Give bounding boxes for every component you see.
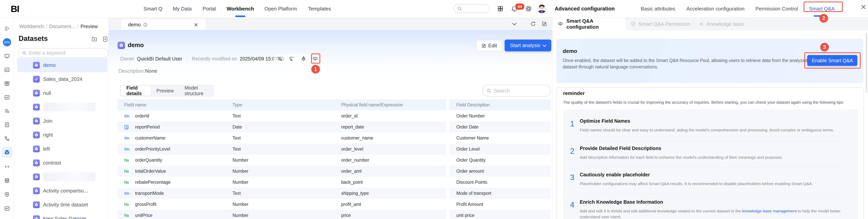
field-type: Number	[226, 177, 334, 188]
start-analysis-button[interactable]: Start analysis	[505, 40, 551, 51]
tab-field-details[interactable]: Field details	[121, 86, 151, 96]
info-icon[interactable]	[143, 23, 148, 27]
table-row: №totalOrderValueNumberorder_amt Order am…	[117, 166, 551, 177]
field-type: Number	[226, 166, 334, 177]
add-folder-icon[interactable]	[91, 36, 97, 42]
sidebar-search[interactable]	[18, 48, 108, 58]
layers-icon[interactable]	[4, 178, 10, 184]
field-type: Date	[226, 121, 334, 133]
panel-tab-basic-attributes[interactable]: Basic attributes	[641, 0, 675, 17]
acceleration-rocket-icon[interactable]	[301, 56, 307, 62]
number-field-icon: №	[124, 158, 129, 163]
document-icon[interactable]	[4, 122, 10, 128]
col-physical: Physical field name/Expression	[334, 100, 446, 110]
tab-demo[interactable]: demo	[121, 20, 206, 30]
dataset-cube-icon[interactable]	[4, 149, 10, 155]
tab-close-icon[interactable]	[194, 23, 198, 27]
trend-icon[interactable]	[4, 206, 10, 212]
cube-icon	[33, 215, 40, 219]
panel-tab-acceleration[interactable]: Acceleration configuration	[686, 0, 744, 17]
panel-header-title: Advanced configuration	[555, 0, 615, 17]
field-search-input[interactable]	[493, 87, 543, 94]
breadcrumb-document[interactable]: Document...	[49, 24, 75, 29]
knowledge-base-link[interactable]: knowledge base management	[742, 209, 797, 213]
flow-icon[interactable]	[4, 136, 10, 142]
dataset-item-null[interactable]: null	[14, 86, 109, 100]
field-search[interactable]	[482, 85, 551, 97]
field-type: Text	[226, 188, 334, 199]
edit-button[interactable]: Edit	[477, 40, 501, 51]
chevron-down-icon[interactable]	[513, 23, 516, 25]
line-chart-icon[interactable]	[4, 95, 10, 100]
field-config-icon[interactable]	[277, 56, 283, 62]
edit-note-icon[interactable]	[541, 21, 547, 27]
tab-model-structure[interactable]: Model structure	[179, 86, 213, 96]
shield-key-icon[interactable]	[4, 192, 10, 197]
dataset-item-left[interactable]: left	[14, 142, 109, 156]
dataset-meta: Owner QuickBI Default User Recently modi…	[120, 56, 284, 62]
dataset-item-sales-data-2024[interactable]: Sales_data_2024	[14, 72, 109, 86]
field-name: grossProfit	[135, 202, 156, 207]
smart-qa-chat-icon[interactable]	[312, 56, 318, 62]
field-type: Text	[226, 110, 334, 121]
dataset-config-toolbar	[274, 54, 321, 64]
tip-number: 2	[570, 147, 574, 155]
add-dataset-icon[interactable]	[102, 36, 108, 42]
settings-gear-icon[interactable]	[525, 0, 532, 17]
dataset-item-redacted[interactable]	[14, 100, 109, 114]
bar-chart-icon[interactable]	[4, 67, 10, 73]
dataset-item-demo[interactable]: demo	[17, 58, 107, 72]
nav-templates[interactable]: Templates	[308, 0, 331, 17]
physical-name: order_id	[334, 110, 446, 121]
refresh-icon[interactable]	[530, 21, 536, 27]
dataset-item-right[interactable]: right	[14, 128, 109, 142]
sidebar-search-input[interactable]	[29, 50, 99, 56]
tab-smart-qa-configuration[interactable]: Smart Q&A configuration	[553, 17, 626, 31]
apps-grid-icon[interactable]	[497, 0, 504, 17]
global-search-input[interactable]	[454, 4, 490, 13]
monitor-icon[interactable]	[4, 53, 10, 59]
tip-description: Add descriptive information for each fie…	[580, 154, 851, 160]
panel-scrollbar[interactable]	[866, 33, 867, 93]
tab-preview[interactable]: Preview	[151, 86, 179, 96]
dataset-cube-icon	[118, 42, 125, 49]
dataset-item-activity-comparison[interactable]: Activity compariso...	[14, 184, 109, 198]
enable-smart-qa-button[interactable]: Enable Smart Q&A	[807, 55, 857, 66]
breadcrumb-workbench[interactable]: Workbench	[20, 24, 44, 29]
cube-icon	[33, 159, 40, 166]
field-name: transportMode	[135, 191, 164, 196]
dataset-item-new-sales[interactable]: New Sales Dataset	[14, 212, 109, 219]
user-avatar[interactable]	[537, 4, 547, 13]
nav-open-platform[interactable]: Open Platform	[265, 0, 297, 17]
physical-name: shipping_type	[334, 188, 446, 199]
tip-title: Cautiously enable placeholder	[580, 172, 650, 178]
tab-smart-qa-permission[interactable]: Smart Q&A Permission	[630, 17, 690, 31]
nav-portal[interactable]: Portal	[203, 0, 216, 17]
close-icon[interactable]	[860, 3, 867, 10]
tab-knowledge-base[interactable]: Knowledge base	[699, 17, 744, 31]
physical-name: back_point	[334, 177, 446, 188]
field-description: Mode of transport	[450, 188, 551, 199]
dataset-item-redacted[interactable]	[14, 170, 109, 184]
main-content: demo demo Edit Start analysis Owner	[109, 17, 552, 219]
nav-workbench[interactable]: Workbench	[226, 0, 254, 17]
data-table-icon[interactable]	[4, 81, 10, 86]
field-description: Order Level	[450, 144, 551, 155]
field-name: customerName	[135, 136, 165, 141]
column-config-icon[interactable]	[289, 56, 294, 62]
nav-my-data[interactable]: My Data	[173, 0, 192, 17]
reminder-card: reminder The quality of the dataset's fi…	[556, 87, 864, 219]
left-icon-rail: arts	[0, 17, 14, 219]
string-field-icon: Str.	[124, 147, 130, 151]
panel-tab-permission[interactable]: Permission Control	[755, 0, 798, 17]
list-search-icon[interactable]	[4, 108, 10, 114]
code-icon[interactable]	[4, 164, 10, 170]
nav-smart-q[interactable]: Smart Q	[144, 0, 162, 17]
workspace-avatar[interactable]: arts	[3, 38, 11, 46]
dataset-item-activity-time[interactable]: Activity time dataset	[14, 198, 109, 212]
dataset-item-join[interactable]: Join	[14, 114, 109, 128]
search-icon	[457, 6, 462, 11]
number-field-icon: №	[124, 202, 129, 207]
collapse-sidebar-icon[interactable]	[4, 26, 10, 31]
dataset-item-contrast[interactable]: contrast	[14, 156, 109, 170]
